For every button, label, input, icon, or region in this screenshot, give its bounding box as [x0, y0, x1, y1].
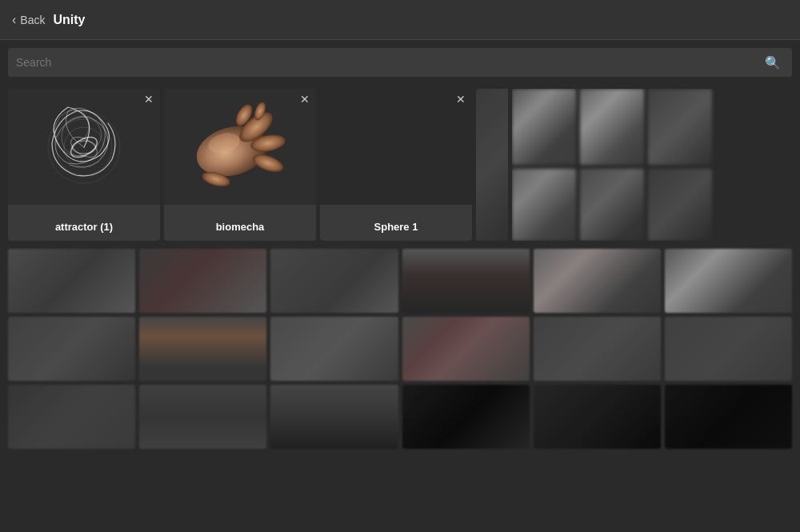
asset-card-biomecha[interactable]: ✕ [164, 89, 316, 241]
blur-block [534, 317, 661, 381]
top-bar: ‹ Back Unity [0, 0, 800, 40]
blur-block [139, 249, 266, 313]
blur-block [402, 249, 530, 313]
page-title: Unity [53, 13, 85, 27]
cards-row: ✕ attractor (1) [8, 89, 792, 241]
biomecha-svg [176, 91, 304, 203]
close-icon: ✕ [456, 93, 466, 106]
blurred-grid-row2 [8, 317, 792, 381]
partial-card [476, 89, 508, 241]
blur-block [665, 317, 792, 381]
blur-block [534, 385, 661, 449]
blur-block [402, 385, 530, 449]
attractor-svg [36, 99, 132, 195]
card-label-sphere1: Sphere 1 [320, 221, 472, 233]
thumbnail-biomecha [164, 89, 316, 205]
close-icon: ✕ [300, 93, 310, 106]
close-button-sphere1[interactable]: ✕ [456, 94, 466, 105]
blur-block [665, 385, 792, 449]
search-bar: 🔍 [8, 48, 792, 77]
blur-block [665, 249, 792, 313]
blur-block [402, 317, 530, 381]
blur-block [8, 385, 135, 449]
search-input[interactable] [16, 56, 762, 69]
blur-block [270, 317, 398, 381]
back-button[interactable]: ‹ Back [12, 13, 45, 27]
blur-block [534, 249, 661, 313]
card-label-biomecha: biomecha [164, 221, 316, 233]
blur-block [8, 249, 135, 313]
blur-block [139, 385, 266, 449]
content-area: ✕ attractor (1) [0, 85, 800, 453]
blurred-grid-row3 [8, 385, 792, 449]
card-label-attractor: attractor (1) [8, 221, 160, 233]
blur-block [270, 249, 398, 313]
thumbnail-sphere1 [320, 89, 472, 205]
back-label: Back [20, 14, 45, 26]
close-icon: ✕ [144, 93, 154, 106]
blur-block [270, 385, 398, 449]
asset-card-attractor[interactable]: ✕ attractor (1) [8, 89, 160, 241]
asset-card-sphere1[interactable]: ✕ Sphere 1 [320, 89, 472, 241]
search-icon: 🔍 [765, 56, 781, 70]
close-button-attractor[interactable]: ✕ [144, 94, 154, 105]
blur-block [139, 317, 266, 381]
thumbnail-attractor [8, 89, 160, 205]
search-button[interactable]: 🔍 [762, 52, 784, 74]
close-button-biomecha[interactable]: ✕ [300, 94, 310, 105]
back-chevron-icon: ‹ [12, 13, 16, 27]
blur-block [8, 317, 135, 381]
blurred-grid-row1 [8, 249, 792, 313]
right-preview-area [512, 89, 792, 241]
